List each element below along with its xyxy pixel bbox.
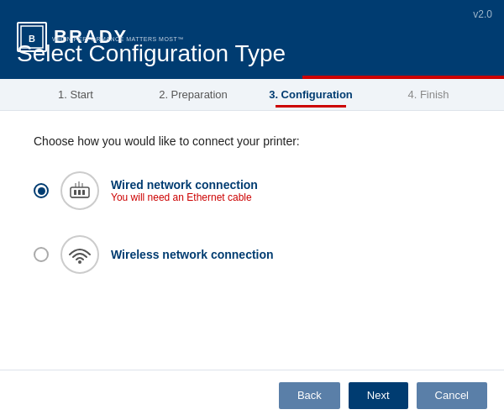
page-title: Select Configuration Type bbox=[17, 40, 286, 67]
step-configuration: 3. Configuration bbox=[252, 88, 370, 101]
svg-rect-5 bbox=[78, 190, 81, 195]
wired-option-text: Wired network connection You will need a… bbox=[111, 178, 258, 203]
svg-rect-6 bbox=[82, 190, 85, 195]
steps-bar: 1. Start 2. Preparation 3. Configuration… bbox=[0, 79, 504, 111]
wireless-option-text: Wireless network connection bbox=[111, 248, 274, 261]
wired-label: Wired network connection bbox=[111, 178, 258, 192]
wifi-icon bbox=[66, 243, 93, 266]
main-content: Choose how you would like to connect you… bbox=[0, 111, 504, 312]
step-finish: 4. Finish bbox=[370, 88, 487, 101]
wired-option-row[interactable]: Wired network connection You will need a… bbox=[34, 168, 470, 213]
prompt-text: Choose how you would like to connect you… bbox=[34, 134, 470, 148]
wireless-radio[interactable] bbox=[34, 247, 49, 262]
wireless-label: Wireless network connection bbox=[111, 248, 274, 261]
svg-point-11 bbox=[78, 260, 81, 264]
back-button[interactable]: Back bbox=[279, 382, 340, 409]
cancel-button[interactable]: Cancel bbox=[417, 382, 487, 409]
wired-icon bbox=[60, 171, 99, 210]
step-start: 1. Start bbox=[17, 88, 134, 101]
wireless-option-row[interactable]: Wireless network connection bbox=[34, 232, 470, 277]
ethernet-icon bbox=[67, 179, 92, 202]
svg-rect-4 bbox=[74, 190, 76, 195]
footer: Back Next Cancel bbox=[0, 370, 504, 420]
next-button[interactable]: Next bbox=[349, 382, 408, 409]
app-header: B BRADY WHEN PERFORMANCE MATTERS MOST™ v… bbox=[0, 0, 504, 76]
wired-radio[interactable] bbox=[34, 183, 49, 198]
wired-sublabel: You will need an Ethernet cable bbox=[111, 192, 258, 203]
step-preparation: 2. Preparation bbox=[134, 88, 252, 101]
wireless-icon bbox=[60, 235, 99, 274]
version-badge: v2.0 bbox=[473, 8, 492, 20]
